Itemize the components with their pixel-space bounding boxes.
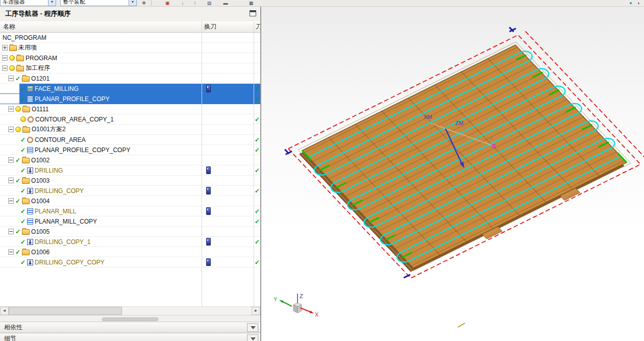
- tree-row[interactable]: PLANAR_MILL: [0, 206, 260, 216]
- panel-splitter[interactable]: [0, 315, 260, 322]
- keyboard-icon[interactable]: ▦: [248, 1, 254, 7]
- node-label: PLANAR_MILL: [35, 208, 76, 215]
- scroll-left-button[interactable]: [0, 307, 9, 315]
- tree-row[interactable]: PROGRAM: [0, 53, 260, 63]
- collapse-icon[interactable]: [2, 55, 8, 61]
- contour-area-operation-icon: [28, 116, 34, 123]
- tree-row[interactable]: DRILLING: [0, 165, 260, 176]
- globe-icon[interactable]: ◐: [636, 1, 642, 7]
- tree-row[interactable]: NC_PROGRAM: [0, 33, 260, 43]
- splitter-grip[interactable]: [102, 318, 158, 321]
- horizontal-scrollbar[interactable]: [0, 306, 260, 315]
- part-filter-combo[interactable]: 车连接器 ▾: [0, 0, 56, 6]
- collapse-icon[interactable]: [8, 106, 14, 112]
- collapse-icon[interactable]: [8, 127, 14, 132]
- navigator-titlebar: 工序导航器 - 程序顺序: [0, 6, 260, 22]
- dependencies-label: 相依性: [4, 322, 22, 333]
- node-label: 未用项: [18, 43, 37, 52]
- face-milling-operation-icon: [27, 86, 33, 92]
- collapse-icon[interactable]: [8, 178, 14, 183]
- reference-point-marker[interactable]: [492, 144, 495, 147]
- measure-icon[interactable]: ▤: [206, 1, 212, 7]
- node-label: O1002: [31, 157, 49, 164]
- tree-row[interactable]: PLANAR_PROFILE_COPY_COPY: [0, 145, 260, 155]
- move-up-icon[interactable]: ↑: [192, 1, 198, 7]
- tree-row[interactable]: 加工程序: [0, 63, 260, 74]
- node-label: DRILLING_COPY_1: [35, 238, 90, 246]
- tree-row[interactable]: O1201: [0, 74, 260, 84]
- scroll-right-button[interactable]: [252, 307, 260, 315]
- status-bulb-icon: [15, 106, 21, 112]
- node-label: PLANAR_MILL_COPY: [35, 218, 97, 225]
- snapshot-icon[interactable]: ▣: [164, 1, 170, 7]
- tree-row[interactable]: PLANAR_MILL_COPY: [0, 216, 260, 227]
- selection-scope-combo[interactable]: 整个装配 ▾: [60, 0, 137, 6]
- toolpath-check-icon: [255, 96, 260, 102]
- graphics-viewport[interactable]: XM ZM X X Y Z: [261, 6, 644, 341]
- hand-icon[interactable]: ✥: [141, 1, 147, 7]
- tree-row[interactable]: DRILLING_COPY_1: [0, 237, 260, 247]
- node-label: DRILLING: [35, 167, 63, 174]
- sphere-icon[interactable]: ●: [628, 1, 634, 7]
- folder-icon: [22, 199, 30, 204]
- tree-row[interactable]: O1005: [0, 227, 260, 237]
- tree-row[interactable]: O1006: [0, 247, 260, 257]
- operation-navigator-panel: 工序导航器 - 程序顺序 名称 换刀 刀 NC_PROGRAM 未用项: [0, 6, 261, 341]
- column-header-tool-change[interactable]: 换刀: [204, 21, 216, 32]
- triad-y-label: Y: [274, 296, 278, 302]
- expand-icon[interactable]: [2, 45, 8, 51]
- triad-x-axis: [300, 308, 312, 312]
- chevron-down-icon[interactable]: [247, 323, 258, 332]
- status-check-icon: [20, 239, 26, 245]
- status-check-icon: [20, 167, 26, 174]
- status-check-icon: [20, 188, 26, 194]
- column-header-toolpath[interactable]: 刀: [256, 21, 261, 32]
- top-toolbar: 车连接器 ▾ 整个装配 ▾ ✥ ▣ ↓ ↑ ▤ ▬ ▦ ● ◐: [0, 0, 644, 7]
- move-down-icon[interactable]: ↓: [180, 1, 186, 7]
- status-check-icon: [15, 157, 20, 163]
- status-check-icon: [15, 229, 20, 235]
- column-divider-line: [202, 21, 202, 306]
- folder-icon: [16, 56, 24, 61]
- monitor-icon[interactable]: ▬: [222, 1, 229, 7]
- collapse-icon[interactable]: [8, 229, 14, 234]
- toolpath-check-icon: [255, 239, 260, 245]
- tree-row[interactable]: DRILLING_COPY_COPY: [0, 257, 260, 267]
- folder-icon: [22, 178, 30, 184]
- tree-row-selected[interactable]: FACE_MILLING: [0, 84, 260, 94]
- tree-row[interactable]: CONTOUR_AREA_COPY_1: [0, 114, 260, 125]
- node-label: O1005: [31, 228, 49, 235]
- collapse-icon[interactable]: [8, 157, 14, 163]
- details-section-bar[interactable]: 细节: [0, 333, 260, 341]
- tree-row[interactable]: O1001方案2: [0, 125, 260, 135]
- dependencies-section-bar[interactable]: 相依性: [0, 322, 260, 333]
- tree-row[interactable]: 未用项: [0, 43, 260, 53]
- collapse-icon[interactable]: [2, 65, 8, 71]
- tree-row[interactable]: CONTOUR_AREA: [0, 135, 260, 145]
- node-label: 加工程序: [26, 64, 50, 72]
- stray-segment: [458, 323, 465, 327]
- scrollbar-thumb[interactable]: [9, 307, 122, 315]
- toolpath-check-icon: [255, 147, 260, 153]
- tool-change-icon: [206, 85, 211, 92]
- column-header-name[interactable]: 名称: [3, 21, 15, 32]
- tree-row[interactable]: O1002: [0, 155, 260, 165]
- collapse-icon[interactable]: [8, 198, 14, 204]
- column-divider-line: [254, 21, 254, 306]
- collapse-icon[interactable]: [8, 76, 14, 81]
- tree-row[interactable]: O1004: [0, 196, 260, 206]
- tree-row-selected[interactable]: PLANAR_PROFILE_COPY: [0, 94, 260, 104]
- collapse-icon[interactable]: [8, 249, 14, 255]
- triad-y-arrowhead: [279, 300, 283, 303]
- node-label: PROGRAM: [26, 55, 57, 62]
- tree-row[interactable]: O1111: [0, 104, 260, 114]
- view-triad[interactable]: X Y Z: [274, 293, 319, 318]
- status-check-icon: [15, 178, 20, 184]
- chevron-down-icon[interactable]: ▾: [48, 0, 56, 6]
- chevron-down-icon[interactable]: ▾: [129, 0, 136, 6]
- chevron-down-icon[interactable]: [247, 334, 258, 341]
- tree-row[interactable]: O1003: [0, 176, 260, 186]
- tool-change-icon: [206, 258, 211, 266]
- tree-row[interactable]: DRILLING_COPY: [0, 186, 260, 196]
- float-panel-icon[interactable]: [250, 10, 256, 16]
